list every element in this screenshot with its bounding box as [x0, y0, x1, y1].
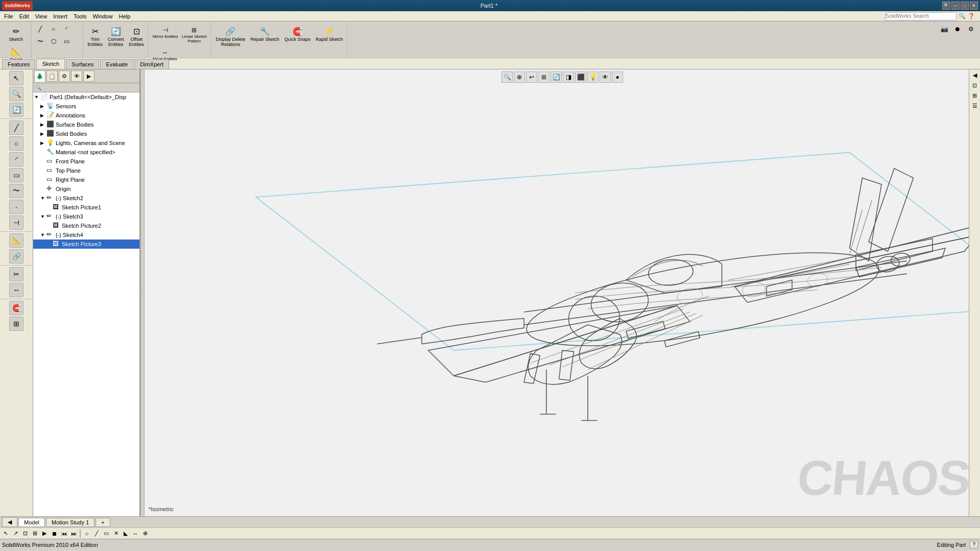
menu-tools[interactable]: Tools [70, 12, 90, 20]
menu-window[interactable]: Window [90, 12, 116, 20]
left-icon-zoom[interactable]: 🔍 [9, 87, 23, 101]
tree-scroll[interactable]: ▼ 📄 Part1 (Default<<Default>_Disp ▶ 📡 Se… [33, 92, 139, 516]
btb-icon-8[interactable]: ⏭ [69, 529, 78, 538]
tab-dimxpert[interactable]: DimXpert [134, 59, 169, 69]
tree-sketch4[interactable]: ▼ ✏ (-) Sketch4 [33, 230, 139, 239]
panel-splitter[interactable]: ⋮ [140, 69, 145, 516]
tree-sketch-picture3[interactable]: 🖼 Sketch Picture3 [33, 239, 139, 249]
left-icon-relation[interactable]: 🔗 [9, 249, 23, 263]
btb-icon-1[interactable]: ↖ [1, 529, 10, 538]
menu-view[interactable]: View [32, 12, 51, 20]
mirror-entities-button[interactable]: ⊣ Mirror Entities [151, 25, 179, 45]
btb-icon-9[interactable]: ○ [82, 529, 91, 538]
menu-help[interactable]: Help [116, 12, 134, 20]
offset-entities-button[interactable]: ⊡ OffsetEntities [127, 23, 147, 49]
tree-sketch-picture2[interactable]: 🖼 Sketch Picture2 [33, 221, 139, 230]
tab-sketch[interactable]: Sketch [36, 59, 65, 69]
spline-tool[interactable]: 〜 [34, 36, 46, 47]
tab-evaluate[interactable]: Evaluate [100, 59, 133, 69]
tab-features[interactable]: Features [2, 59, 35, 69]
left-icon-rotate[interactable]: 🔄 [9, 103, 23, 117]
btb-icon-15[interactable]: ⊕ [140, 529, 150, 538]
quick-snaps-button[interactable]: 🧲 Quick Snaps [282, 23, 313, 44]
maximize-button[interactable]: □ [961, 2, 969, 10]
help-icon[interactable]: ❓ [968, 13, 975, 19]
rp-icon3[interactable]: ☰ [970, 101, 979, 110]
left-icon-pointer[interactable]: ↖ [9, 71, 23, 85]
repair-sketch-button[interactable]: 🔧 Repair Sketch [248, 23, 281, 44]
left-icon-point[interactable]: · [9, 200, 23, 214]
trim-entities-button[interactable]: ✂ TrimEntities [86, 23, 105, 49]
left-icon-extra[interactable]: ⊞ [9, 317, 23, 331]
btb-icon-10[interactable]: ╱ [92, 529, 101, 538]
tab-motion-study[interactable]: Motion Study 1 [46, 518, 94, 527]
scroll-left-button[interactable]: ◀ [2, 517, 17, 527]
camera-button[interactable]: 📷 [938, 23, 950, 35]
tree-sketch-picture1[interactable]: 🖼 Sketch Picture1 [33, 203, 139, 212]
tree-right-plane[interactable]: ▭ Right Plane [33, 175, 139, 184]
ft-filter-icon[interactable]: 🔍 [35, 85, 41, 90]
btb-icon-13[interactable]: ◣ [121, 529, 130, 538]
sketch-button[interactable]: ✏ Sketch [7, 23, 25, 44]
btb-icon-2[interactable]: ↗ [11, 529, 20, 538]
tree-annotations[interactable]: ▶ 📝 Annotations [33, 111, 139, 120]
left-icon-mirror[interactable]: ⊣ [9, 215, 23, 230]
record-button[interactable]: ⏺ [951, 23, 964, 35]
menu-edit[interactable]: Edit [16, 12, 32, 20]
tree-sketch2[interactable]: ▼ ✏ (-) Sketch2 [33, 194, 139, 203]
ft-tab-config[interactable]: ⚙ [59, 70, 70, 82]
tree-sketch3[interactable]: ▼ ✏ (-) Sketch3 [33, 212, 139, 221]
viewport[interactable]: 🔍 ⊕ ↩ ⊞ 🔄 ◨ ⬛ 💡 👁 ● [145, 69, 980, 516]
btb-icon-7[interactable]: ⏮ [59, 529, 68, 538]
btb-icon-11[interactable]: ▭ [102, 529, 111, 538]
polygon-tool[interactable]: ⬡ [47, 36, 60, 47]
tab-surfaces[interactable]: Surfaces [66, 59, 99, 69]
left-icon-circle[interactable]: ○ [9, 136, 23, 151]
left-icon-spline[interactable]: 〜 [9, 184, 23, 198]
search-input[interactable] [885, 12, 957, 20]
left-icon-arc[interactable]: ◜ [9, 152, 23, 166]
linear-sketch-pattern-button[interactable]: ⊞ Linear Sketch Pattern [180, 25, 208, 45]
tree-origin[interactable]: ✛ Origin [33, 184, 139, 194]
rp-expand[interactable]: ◀ [970, 70, 979, 80]
settings-button[interactable]: ⚙ [965, 23, 977, 35]
menu-file[interactable]: File [1, 12, 16, 20]
close-button[interactable]: ✕ [970, 2, 978, 10]
rp-icon1[interactable]: ⊡ [970, 81, 979, 90]
help-button[interactable]: ? [970, 541, 978, 548]
tree-sensors[interactable]: ▶ 📡 Sensors [33, 102, 139, 111]
tree-front-plane[interactable]: ▭ Front Plane [33, 157, 139, 166]
left-icon-trim[interactable]: ✂ [9, 267, 23, 281]
btb-icon-4[interactable]: ⊞ [30, 529, 39, 538]
line-tool[interactable]: ╱ [34, 23, 46, 35]
menu-insert[interactable]: Insert [50, 12, 70, 20]
rp-icon2[interactable]: ⊞ [970, 91, 979, 100]
tree-material[interactable]: 🔧 Material <not specified> [33, 148, 139, 157]
tree-top-plane[interactable]: ▭ Top Plane [33, 166, 139, 175]
ft-tab-tree[interactable]: 🌲 [34, 70, 45, 82]
display-delete-relations-button[interactable]: 🔗 Display DeleteRelations [213, 23, 247, 49]
left-icon-line[interactable]: ╱ [9, 121, 23, 135]
tree-surface-bodies[interactable]: ▶ ⬛ Surface Bodies [33, 120, 139, 129]
ft-tab-display[interactable]: 👁 [71, 70, 82, 82]
btb-icon-14[interactable]: ↔ [131, 529, 140, 538]
tree-solid-bodies[interactable]: ▶ ⬛ Solid Bodies [33, 129, 139, 138]
left-icon-extend[interactable]: ↔ [9, 283, 23, 297]
btb-icon-5[interactable]: ▶ [40, 529, 49, 538]
left-icon-snap[interactable]: 🧲 [9, 301, 23, 315]
tab-model[interactable]: Model [18, 518, 45, 527]
arc-tool[interactable]: ◜ [61, 23, 73, 35]
minimize-button[interactable]: ─ [951, 2, 960, 10]
tree-root[interactable]: ▼ 📄 Part1 (Default<<Default>_Disp [33, 92, 139, 102]
tree-lights[interactable]: ▶ 💡 Lights, Cameras and Scene [33, 138, 139, 148]
rapid-sketch-button[interactable]: ⚡ Rapid Sketch [314, 23, 345, 44]
btb-icon-6[interactable]: ⏹ [50, 529, 59, 538]
rectangle-tool[interactable]: ▭ [61, 36, 73, 47]
left-icon-rect[interactable]: ▭ [9, 168, 23, 182]
convert-entities-button[interactable]: 🔄 ConvertEntities [106, 23, 126, 49]
search-icon[interactable]: 🔍 [942, 2, 950, 10]
left-icon-dimension[interactable]: 📐 [9, 233, 23, 248]
btb-icon-12[interactable]: ✕ [111, 529, 121, 538]
ft-tab-props[interactable]: 📋 [46, 70, 58, 82]
search-icon[interactable]: 🔍 [959, 13, 966, 19]
